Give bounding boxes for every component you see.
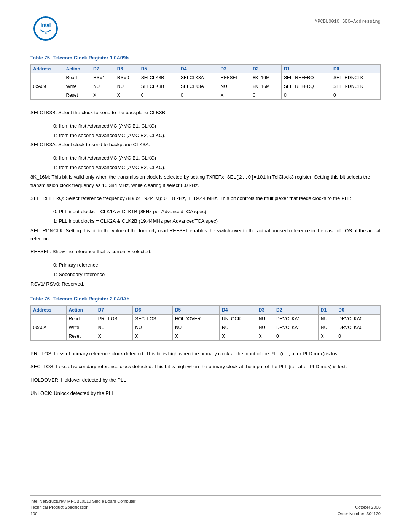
col-action: Action: [64, 65, 91, 73]
description-paragraph: HOLDOVER: Holdover detected by the PLL: [30, 376, 381, 384]
description-item: 0: from the first AdvancedMC (AMC B1, CL…: [53, 122, 381, 130]
description-paragraph: PRI_LOS: Loss of primary reference clock…: [30, 350, 381, 358]
svg-text:intel: intel: [41, 22, 51, 28]
footer-line1: Intel NetStructure® MPCBL0010 Single Boa…: [30, 498, 136, 505]
description-paragraph: SEL_RDNCLK: Setting this bit to the valu…: [30, 227, 381, 243]
intel-logo: intel ®: [30, 15, 61, 43]
col-d3: D3: [256, 305, 274, 314]
footer-left: Intel NetStructure® MPCBL0010 Single Boa…: [30, 498, 136, 517]
col-d3: D3: [218, 65, 250, 73]
col-d6: D6: [133, 305, 173, 314]
col-d5: D5: [172, 305, 219, 314]
footer-line2: Technical Product Specification: [30, 504, 136, 511]
description-paragraph: SEC_LOS: Loss of secondary reference clo…: [30, 363, 381, 371]
col-d2: D2: [274, 305, 319, 314]
description-paragraph: RSV1/ RSV0: Reserved.: [30, 280, 381, 288]
table75: Address Action D7 D6 D5 D4 D3 D2 D1 D0 0…: [30, 64, 381, 100]
document-title: MPCBL0010 SBC—Addressing: [315, 15, 381, 24]
col-d7: D7: [96, 305, 133, 314]
col-d0: D0: [331, 65, 380, 73]
footer-date: October 2006: [338, 504, 381, 511]
col-d7: D7: [91, 65, 115, 73]
table76-section: Table 76. Telecom Clock Register 2 0A0Ah…: [30, 296, 381, 341]
table-row: ResetXXXXX0X0: [31, 332, 381, 340]
footer-line3: 100: [30, 511, 136, 517]
table-row: 0xA09ReadRSV1RSV0SELCLK3BSELCLK3AREFSEL8…: [31, 73, 381, 82]
svg-text:®: ®: [45, 32, 47, 35]
col-address: Address: [31, 305, 67, 314]
col-d4: D4: [220, 305, 256, 314]
col-d5: D5: [139, 65, 178, 73]
footer-order: Order Number: 304120: [338, 511, 381, 517]
table-row: ResetXX00X000: [31, 91, 381, 100]
description-item: 0: from the first AdvancedMC (AMC B1, CL…: [53, 154, 381, 162]
description-paragraph: UNLOCK: Unlock detected by the PLL: [30, 390, 381, 398]
descriptions76-section: PRI_LOS: Loss of primary reference clock…: [30, 350, 381, 398]
page-header: intel ® MPCBL0010 SBC—Addressing: [30, 15, 381, 43]
col-d0: D0: [336, 305, 381, 314]
description-paragraph: REFSEL: Show the reference that is curre…: [30, 248, 381, 256]
table-row: WriteNUNUNUNUNUDRVCLKA1NUDRVCLKA0: [31, 323, 381, 332]
description-item: 1: PLL input clocks = CLK2A & CLK2B (19.…: [53, 217, 381, 225]
col-d4: D4: [178, 65, 218, 73]
table-row: 0xA0AReadPRI_LOSSEC_LOSHOLDOVERUNLOCKNUD…: [31, 314, 381, 323]
col-action: Action: [66, 305, 96, 314]
table76-title: Table 76. Telecom Clock Register 2 0A0Ah: [30, 296, 381, 302]
col-d1: D1: [281, 65, 331, 73]
description-item: 1: Secondary reference: [53, 271, 381, 279]
description-item: 1: from the second AdvancedMC (AMC B2, C…: [53, 132, 381, 140]
description-item: 0: Primary reference: [53, 261, 381, 269]
description-paragraph: SEL_REFFRQ: Select reference frequency (…: [30, 195, 381, 203]
description-paragraph: 8K_16M: This bit is valid only when the …: [30, 173, 381, 190]
svg-point-0: [34, 17, 57, 40]
description-item: 1: from the second AdvancedMC (AMC B2, C…: [53, 164, 381, 172]
col-d6: D6: [115, 65, 139, 73]
description-item: 0: PLL input clocks = CLK1A & CLK1B (8kH…: [53, 208, 381, 216]
col-d1: D1: [318, 305, 336, 314]
table75-section: Table 75. Telecom Clock Register 1 0A09h…: [30, 55, 381, 100]
table75-title: Table 75. Telecom Clock Register 1 0A09h: [30, 55, 381, 61]
page-footer: Intel NetStructure® MPCBL0010 Single Boa…: [30, 495, 381, 517]
description-paragraph: SELCLK3A: Select clock to send to backpl…: [30, 141, 381, 149]
description-paragraph: SELCLK3B: Select the clock to send to th…: [30, 109, 381, 117]
footer-right: October 2006 Order Number: 304120: [338, 504, 381, 517]
table-row: WriteNUNUSELCLK3BSELCLK3ANU8K_16MSEL_REF…: [31, 82, 381, 91]
col-address: Address: [31, 65, 64, 73]
descriptions75-section: SELCLK3B: Select the clock to send to th…: [30, 109, 381, 288]
table76: Address Action D7 D6 D5 D4 D3 D2 D1 D0 0…: [30, 305, 381, 341]
col-d2: D2: [250, 65, 282, 73]
